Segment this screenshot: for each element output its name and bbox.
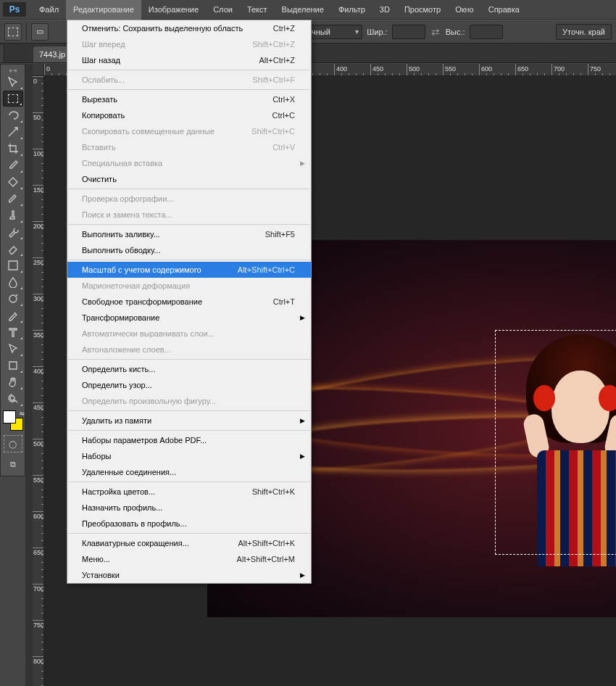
menu-справка[interactable]: Справка bbox=[481, 0, 527, 20]
menu-item[interactable]: Очистить bbox=[67, 171, 311, 187]
menu-item[interactable]: Выполнить заливку...Shift+F5 bbox=[67, 226, 311, 242]
menu-item-label: Очистить bbox=[82, 175, 295, 183]
submenu-arrow-icon: ▶ bbox=[300, 417, 305, 424]
menu-separator bbox=[68, 430, 310, 431]
menu-item[interactable]: Преобразовать в профиль... bbox=[67, 516, 311, 532]
menu-item[interactable]: Установки▶ bbox=[67, 567, 311, 583]
menu-item[interactable]: Клавиатурные сокращения...Alt+Shift+Ctrl… bbox=[67, 535, 311, 551]
menu-3d[interactable]: 3D bbox=[372, 0, 397, 20]
menu-item[interactable]: Меню...Alt+Shift+Ctrl+M bbox=[67, 551, 311, 567]
height-input[interactable] bbox=[470, 25, 503, 39]
tool-preset-icon[interactable] bbox=[4, 23, 22, 41]
bool-new-icon[interactable]: ▭ bbox=[31, 23, 49, 41]
submenu-arrow-icon: ▶ bbox=[300, 314, 305, 321]
menu-item[interactable]: КопироватьCtrl+C bbox=[67, 107, 311, 123]
menu-фильтр[interactable]: Фильтр bbox=[331, 0, 372, 20]
zoom-tool-icon[interactable] bbox=[3, 391, 23, 407]
menu-выделение[interactable]: Выделение bbox=[275, 0, 331, 20]
dodge-tool-icon[interactable] bbox=[3, 291, 23, 307]
menu-item[interactable]: Определить кисть... bbox=[67, 361, 311, 377]
menu-item-label: Удалить из памяти bbox=[82, 416, 295, 425]
move-tool-icon[interactable] bbox=[3, 74, 23, 90]
menu-separator bbox=[68, 359, 310, 360]
menu-item-shortcut: Shift+F5 bbox=[265, 230, 295, 239]
menu-item-label: Установки bbox=[82, 571, 295, 579]
menu-слои[interactable]: Слои bbox=[206, 0, 240, 20]
menu-item[interactable]: Наборы параметров Adobe PDF... bbox=[67, 432, 311, 448]
menu-item: ВставитьCtrl+V bbox=[67, 139, 311, 155]
width-input[interactable] bbox=[392, 25, 425, 39]
menu-item[interactable]: Удаленные соединения... bbox=[67, 464, 311, 480]
menu-item-label: Определить кисть... bbox=[82, 365, 295, 373]
menu-item[interactable]: Наборы▶ bbox=[67, 448, 311, 464]
healing-tool-icon[interactable] bbox=[3, 174, 23, 190]
screenmode-icon[interactable]: ⧉ bbox=[4, 455, 22, 473]
swap-colors-icon[interactable]: ⇆ bbox=[20, 410, 25, 417]
menu-item-label: Преобразовать в профиль... bbox=[82, 519, 295, 528]
menu-текст[interactable]: Текст bbox=[240, 0, 275, 20]
panel-stripe bbox=[0, 45, 4, 62]
marquee-tool-icon[interactable] bbox=[3, 91, 23, 107]
menu-окно[interactable]: Окно bbox=[448, 0, 481, 20]
lasso-tool-icon[interactable] bbox=[3, 107, 23, 123]
menu-item-label: Назначить профиль... bbox=[82, 503, 295, 512]
menu-item-label: Выполнить обводку... bbox=[82, 246, 295, 255]
menu-item[interactable]: Шаг назадAlt+Ctrl+Z bbox=[67, 52, 311, 68]
menu-item-shortcut: Shift+Ctrl+Z bbox=[252, 40, 295, 49]
menu-item[interactable]: Настройка цветов...Shift+Ctrl+K bbox=[67, 484, 311, 500]
pen-tool-icon[interactable] bbox=[3, 307, 23, 323]
menu-item-label: Вырезать bbox=[82, 95, 272, 104]
color-swatches[interactable]: ⇆ bbox=[3, 410, 23, 431]
menu-item[interactable]: Удалить из памяти▶ bbox=[67, 413, 311, 429]
gradient-tool-icon[interactable] bbox=[3, 257, 23, 273]
edit-menu-dropdown: Отменить: Сохранить выделенную областьCt… bbox=[67, 20, 312, 584]
hand-tool-icon[interactable] bbox=[3, 374, 23, 390]
menu-item[interactable]: Масштаб с учетом содержимогоAlt+Shift+Ct… bbox=[67, 262, 311, 278]
blur-tool-icon[interactable] bbox=[3, 274, 23, 290]
width-label: Шир.: bbox=[367, 28, 387, 36]
menu-item-shortcut: Alt+Shift+Ctrl+K bbox=[238, 539, 295, 547]
gutter bbox=[25, 64, 33, 686]
history-brush-tool-icon[interactable] bbox=[3, 224, 23, 240]
quickmask-toggle-icon[interactable]: ◯ bbox=[4, 435, 22, 452]
menu-просмотр[interactable]: Просмотр bbox=[397, 0, 448, 20]
menu-item[interactable]: Определить узор... bbox=[67, 377, 311, 393]
menu-item-label: Шаг назад bbox=[82, 56, 259, 65]
menu-item[interactable]: ВырезатьCtrl+X bbox=[67, 91, 311, 107]
shape-tool-icon[interactable] bbox=[3, 358, 23, 373]
brush-tool-icon[interactable] bbox=[3, 191, 23, 207]
refine-edge-button[interactable]: Уточн. край bbox=[556, 24, 612, 40]
panel-grip-icon[interactable]: ▸◂ bbox=[2, 66, 23, 73]
menu-item[interactable]: Свободное трансформированиеCtrl+T bbox=[67, 294, 311, 310]
fg-color-swatch[interactable] bbox=[3, 410, 16, 423]
menu-item[interactable]: Трансформирование▶ bbox=[67, 310, 311, 326]
menu-item-shortcut: Shift+Ctrl+C bbox=[251, 127, 295, 136]
menu-item-label: Проверка орфографии... bbox=[82, 194, 295, 203]
menu-item: Автоналожение слоев... bbox=[67, 342, 311, 358]
menu-item-shortcut: Ctrl+T bbox=[273, 297, 295, 306]
vertical-ruler[interactable]: 0501001502002503003504004505005506006507… bbox=[33, 76, 44, 686]
menu-separator bbox=[68, 189, 310, 189]
eyedropper-tool-icon[interactable] bbox=[3, 157, 23, 173]
menu-файл[interactable]: Файл bbox=[32, 0, 66, 20]
menu-item[interactable]: Выполнить обводку... bbox=[67, 242, 311, 258]
menu-item[interactable]: Назначить профиль... bbox=[67, 500, 311, 516]
wand-tool-icon[interactable] bbox=[3, 124, 23, 140]
stamp-tool-icon[interactable] bbox=[3, 207, 23, 223]
ruler-origin[interactable] bbox=[33, 64, 44, 76]
crop-tool-icon[interactable] bbox=[3, 141, 23, 157]
type-tool-icon[interactable] bbox=[3, 324, 23, 340]
menu-item[interactable]: Отменить: Сохранить выделенную областьCt… bbox=[67, 20, 311, 36]
menu-изображение[interactable]: Изображение bbox=[141, 0, 206, 20]
menu-item-shortcut: Alt+Ctrl+Z bbox=[259, 56, 295, 65]
refine-edge-label: Уточн. край bbox=[562, 28, 605, 36]
menu-item-label: Клавиатурные сокращения... bbox=[82, 539, 238, 547]
height-label: Выс.: bbox=[446, 28, 465, 36]
menu-item-label: Масштаб с учетом содержимого bbox=[82, 265, 238, 274]
menu-separator bbox=[68, 410, 310, 411]
menu-item-shortcut: Alt+Shift+Ctrl+M bbox=[237, 555, 295, 563]
menu-редактирование[interactable]: Редактирование bbox=[66, 0, 141, 20]
swap-dims-icon[interactable]: ⇄ bbox=[430, 26, 441, 38]
eraser-tool-icon[interactable] bbox=[3, 241, 23, 257]
path-select-tool-icon[interactable] bbox=[3, 341, 23, 357]
